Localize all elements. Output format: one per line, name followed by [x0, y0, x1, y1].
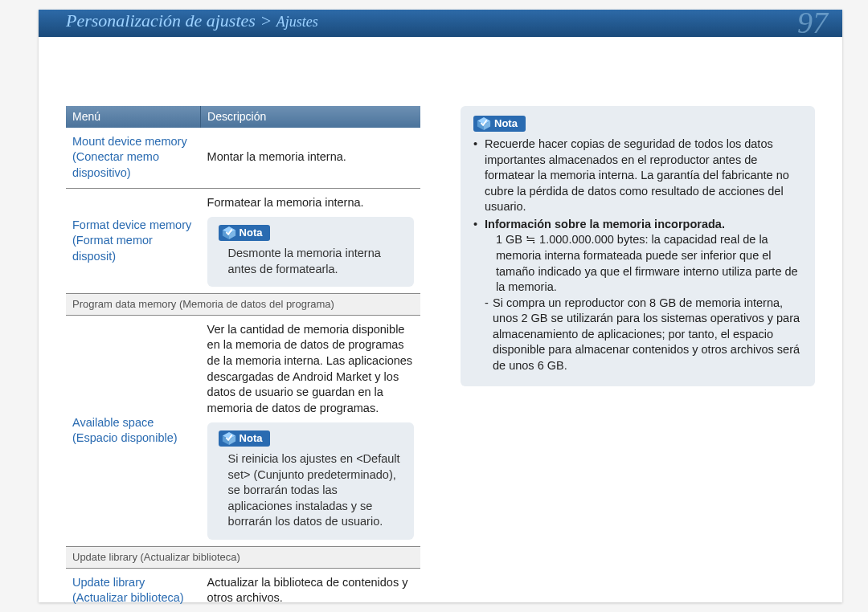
note-box-format: Nota Desmonte la memoria interna antes d… [207, 217, 414, 287]
right-note-b2-line1: 1 GB ≒ 1.000.000.000 bytes: la capacidad… [485, 232, 802, 295]
menu-mount: Mount device memory (Conectar memo dispo… [66, 128, 201, 188]
note-box-available: Nota Si reinicia los ajustes en <Default… [207, 422, 414, 540]
note-label-text: Nota [240, 226, 263, 240]
check-cube-icon [477, 116, 491, 131]
right-note-b2-dash: Si compra un reproductor con 8 GB de mem… [485, 296, 802, 374]
breadcrumb-sub: Ajustes [276, 14, 318, 30]
note-label: Nota [473, 116, 526, 132]
desc-mount: Montar la memoria interna. [201, 128, 420, 188]
content: Menú Descripción Mount device memory (Co… [66, 106, 815, 594]
note-label: Nota [219, 225, 271, 241]
breadcrumb-sep: > [256, 10, 276, 31]
note-label-text: Nota [240, 431, 263, 446]
table-row: Update library (Actualizar biblioteca) A… [66, 568, 420, 612]
note-label: Nota [219, 430, 271, 447]
desc-format: Formatear la memoria interna. [201, 188, 420, 294]
right-column: Nota Recuerde hacer copias de seguridad … [461, 106, 815, 594]
table-row: Mount device memory (Conectar memo dispo… [66, 128, 420, 188]
page: Personalización de ajustes > Ajustes 97 … [39, 10, 842, 602]
table-section-row: Update library (Actualizar biblioteca) [66, 547, 420, 569]
page-number: 97 [797, 5, 828, 40]
right-note-b2-title: Información sobre la memoria incorporada… [485, 218, 725, 231]
section-update: Update library (Actualizar biblioteca) [66, 547, 420, 569]
breadcrumb: Personalización de ajustes > Ajustes [66, 10, 318, 31]
menu-format: Format device memory (Format memor dispo… [66, 188, 201, 294]
desc-format-pre: Formatear la memoria interna. [207, 195, 414, 211]
menu-available: Available space (Espacio disponible) [66, 315, 201, 546]
settings-table: Menú Descripción Mount device memory (Co… [66, 106, 420, 612]
breadcrumb-main: Personalización de ajustes [66, 10, 256, 31]
desc-available-pre: Ver la cantidad de memoria disponible en… [207, 322, 414, 416]
table-section-row: Program data memory (Memoria de datos de… [66, 294, 420, 316]
right-note-list: Recuerde hacer copias de seguridad de to… [473, 137, 802, 373]
table-header-menu: Menú [66, 106, 201, 128]
left-column: Menú Descripción Mount device memory (Co… [66, 106, 420, 594]
section-program: Program data memory (Memoria de datos de… [66, 294, 420, 316]
menu-update: Update library (Actualizar biblioteca) [66, 568, 201, 612]
note-label-text: Nota [494, 116, 518, 131]
desc-available: Ver la cantidad de memoria disponible en… [201, 315, 420, 546]
table-row: Format device memory (Format memor dispo… [66, 188, 420, 294]
right-note-bullet2: Información sobre la memoria incorporada… [473, 217, 802, 374]
desc-update: Actualizar la biblioteca de contenidos y… [201, 568, 420, 612]
right-note-bullet1: Recuerde hacer copias de seguridad de to… [473, 137, 802, 215]
check-cube-icon [222, 226, 236, 240]
note-text-format: Desmonte la memoria interna antes de for… [219, 246, 403, 277]
note-text-available: Si reinicia los ajustes en <Default set>… [219, 451, 403, 530]
table-row: Available space (Espacio disponible) Ver… [66, 315, 420, 546]
table-header-desc: Descripción [201, 106, 420, 128]
note-box-right: Nota Recuerde hacer copias de seguridad … [461, 106, 815, 386]
header-bar: Personalización de ajustes > Ajustes 97 [39, 10, 842, 37]
check-cube-icon [222, 431, 236, 446]
